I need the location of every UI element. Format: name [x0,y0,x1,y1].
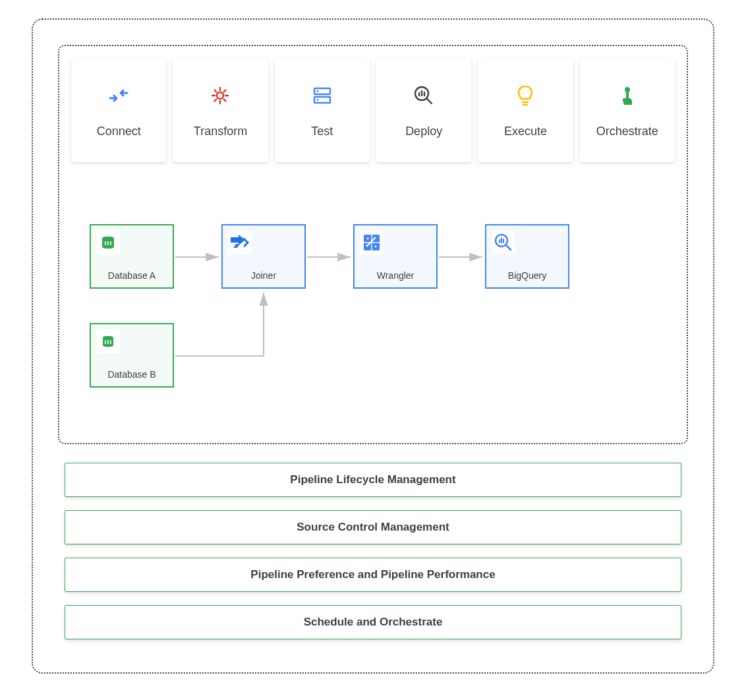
node-bigquery: BigQuery [485,224,569,289]
touch-icon [614,82,641,109]
node-joiner: Joiner [221,224,306,289]
bar-label: Source Control Management [297,521,449,534]
merge-icon [228,231,252,254]
stage-label: Execute [504,125,547,138]
server-icon [309,82,335,109]
svg-point-3 [316,90,318,92]
node-wrangler: Wrangler [353,224,438,289]
bar-source-control: Source Control Management [65,510,681,544]
magnify-chart-icon [411,82,437,109]
stage-label: Transform [194,125,247,138]
svg-point-26 [367,238,369,240]
node-label: Database A [91,270,173,287]
node-label: Database B [91,369,173,386]
bigquery-icon [492,231,515,254]
wand-grid-icon [360,231,384,254]
database-icon [96,330,120,353]
svg-point-4 [316,99,318,101]
node-database-b: Database B [90,323,174,388]
connect-icon [105,82,132,109]
svg-line-29 [506,245,511,250]
stage-label: Deploy [405,125,442,138]
svg-point-12 [625,87,630,92]
stage-row: Connect Transform Test [71,58,675,162]
bar-label: Pipeline Lifecycle Management [290,473,455,486]
bar-pipeline-lifecycle: Pipeline Lifecycle Management [65,463,681,497]
bar-schedule-orchestrate: Schedule and Orchestrate [65,605,681,639]
bar-label: Schedule and Orchestrate [304,616,443,629]
stage-label: Connect [97,125,141,138]
gear-icon [207,82,233,109]
svg-point-27 [375,246,377,248]
stage-transform: Transform [173,58,268,162]
svg-point-0 [217,92,223,99]
management-bars: Pipeline Lifecycle Management Source Con… [65,463,681,639]
bulb-icon [512,82,538,109]
stage-execute: Execute [478,58,573,162]
stage-label: Test [311,125,333,138]
stage-orchestrate: Orchestrate [580,58,675,162]
node-label: BigQuery [486,270,568,287]
stage-connect: Connect [71,58,166,162]
node-label: Wrangler [355,270,436,287]
stage-test: Test [275,58,370,162]
svg-line-6 [427,99,432,103]
bar-pipeline-performance: Pipeline Preference and Pipeline Perform… [65,558,681,592]
stage-deploy: Deploy [376,58,471,162]
node-database-a: Database A [90,224,174,289]
stage-label: Orchestrate [596,125,658,138]
bar-label: Pipeline Preference and Pipeline Perform… [250,568,495,581]
node-label: Joiner [223,270,304,287]
flow-area: Database A Database B [71,211,675,422]
database-icon [96,231,120,254]
